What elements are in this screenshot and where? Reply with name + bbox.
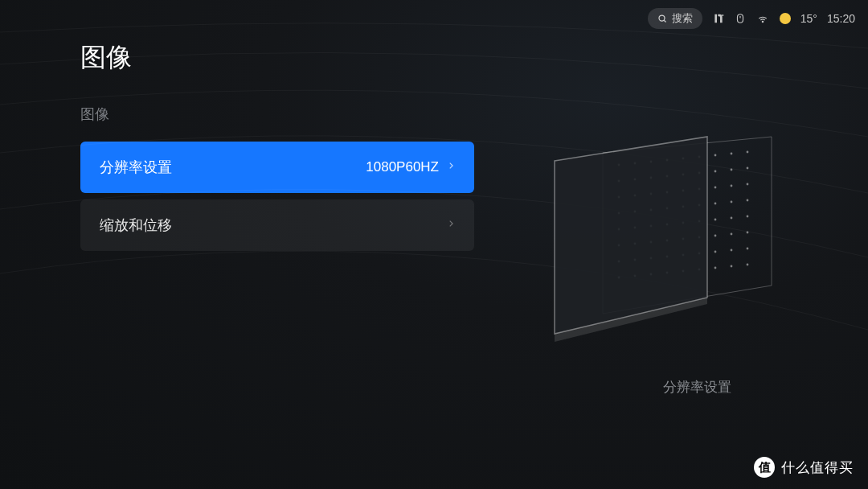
svg-point-15 <box>747 151 749 154</box>
mouse-icon <box>735 12 746 25</box>
svg-point-2 <box>722 14 723 16</box>
svg-point-42 <box>747 199 749 202</box>
watermark-badge: 值 <box>754 457 775 478</box>
page-title: 图像 <box>80 40 868 76</box>
time-label: 15:20 <box>827 12 855 25</box>
chevron-right-icon <box>447 217 455 234</box>
svg-point-67 <box>714 251 717 253</box>
watermark: 值 什么值得买 <box>754 457 854 478</box>
svg-line-1 <box>664 20 665 22</box>
svg-point-31 <box>714 187 717 189</box>
svg-point-69 <box>747 248 749 250</box>
setting-resolution-value: 1080P60HZ <box>366 159 439 175</box>
svg-point-51 <box>747 216 749 218</box>
setting-scale-label: 缩放和位移 <box>100 216 172 235</box>
svg-point-33 <box>747 183 749 186</box>
search-icon <box>657 14 667 23</box>
svg-point-24 <box>747 167 749 170</box>
svg-point-68 <box>731 249 733 252</box>
svg-point-59 <box>731 233 733 236</box>
setting-resolution-label: 分辨率设置 <box>100 158 172 177</box>
svg-point-23 <box>731 169 733 171</box>
setting-scale-right <box>447 217 455 234</box>
setting-resolution-right: 1080P60HZ <box>366 159 455 176</box>
svg-point-22 <box>714 171 717 173</box>
svg-point-13 <box>714 154 717 157</box>
svg-point-41 <box>731 201 733 203</box>
svg-point-32 <box>731 185 733 187</box>
weather-icon <box>780 13 791 24</box>
watermark-text: 什么值得买 <box>781 458 854 477</box>
svg-point-40 <box>714 203 717 205</box>
mijia-icon <box>712 12 725 25</box>
search-button[interactable]: 搜索 <box>648 8 702 29</box>
status-bar: 搜索 15° 15:20 <box>648 8 855 29</box>
svg-point-60 <box>747 232 749 234</box>
settings-list: 分辨率设置 1080P60HZ 缩放和位移 <box>80 142 474 251</box>
svg-point-49 <box>714 219 717 221</box>
svg-rect-3 <box>737 14 743 23</box>
svg-point-77 <box>731 265 733 268</box>
svg-point-76 <box>714 267 717 269</box>
preview-illustration <box>547 129 788 354</box>
setting-scale[interactable]: 缩放和位移 <box>80 199 474 251</box>
wifi-icon <box>755 13 770 24</box>
section-label: 图像 <box>80 105 868 124</box>
setting-resolution[interactable]: 分辨率设置 1080P60HZ <box>80 142 474 193</box>
svg-point-0 <box>659 15 665 21</box>
svg-point-5 <box>762 21 763 22</box>
svg-point-78 <box>747 264 749 266</box>
svg-point-50 <box>731 217 733 220</box>
svg-point-14 <box>731 153 733 155</box>
preview-caption: 分辨率设置 <box>663 378 731 397</box>
temperature-label: 15° <box>800 12 817 25</box>
svg-point-58 <box>714 235 717 237</box>
search-label: 搜索 <box>672 11 693 26</box>
chevron-right-icon <box>447 159 455 176</box>
